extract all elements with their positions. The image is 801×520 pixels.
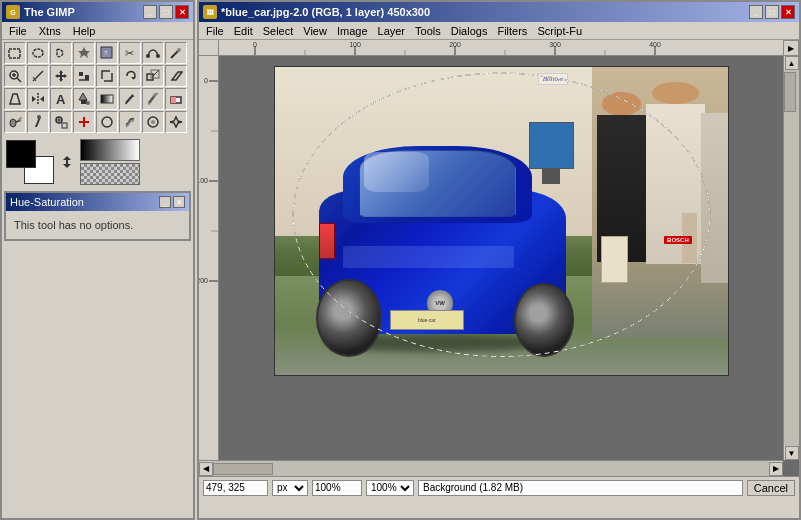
img-menu-image[interactable]: Image — [334, 25, 371, 37]
scroll-up-arrow[interactable]: ▲ — [785, 56, 799, 70]
scroll-track-horizontal[interactable] — [213, 461, 769, 476]
color-area — [2, 135, 193, 189]
tool-ink[interactable] — [27, 111, 49, 133]
tool-airbrush[interactable] — [4, 111, 26, 133]
tool-crop[interactable] — [96, 65, 118, 87]
tool-bucket-fill[interactable] — [73, 88, 95, 110]
canvas-scroll-area[interactable]: Boltore — [219, 56, 783, 460]
img-menu-edit[interactable]: Edit — [231, 25, 256, 37]
scroll-left-arrow[interactable]: ◀ — [199, 462, 213, 476]
cancel-button[interactable]: Cancel — [747, 480, 795, 496]
toolbox-window: G The GIMP _ □ ✕ File Xtns Help ? — [0, 0, 195, 520]
svg-marker-16 — [55, 70, 67, 82]
tool-scissors[interactable]: ✂ — [119, 42, 141, 64]
zoom-select[interactable]: 100% 50% 200% — [366, 480, 414, 496]
tool-align[interactable] — [73, 65, 95, 87]
menu-help[interactable]: Help — [70, 25, 99, 37]
tool-heal[interactable] — [73, 111, 95, 133]
tool-zoom[interactable] — [4, 65, 26, 87]
tool-color-picker[interactable] — [165, 42, 187, 64]
img-minimize-button[interactable]: _ — [749, 5, 763, 19]
tool-text[interactable]: A — [50, 88, 72, 110]
img-maximize-button[interactable]: □ — [765, 5, 779, 19]
scroll-right-arrow-bottom[interactable]: ▶ — [769, 462, 783, 476]
img-menu-dialogs[interactable]: Dialogs — [448, 25, 491, 37]
tool-blend[interactable] — [96, 88, 118, 110]
tool-rect-select[interactable] — [4, 42, 26, 64]
svg-line-36 — [125, 103, 127, 104]
scroll-thumb-vertical[interactable] — [784, 72, 796, 112]
img-menu-filters[interactable]: Filters — [494, 25, 530, 37]
close-button[interactable]: ✕ — [175, 5, 189, 19]
tool-select-by-color[interactable]: ? — [96, 42, 118, 64]
tool-flip[interactable] — [27, 88, 49, 110]
canvas-wrapper: 0 100 200 300 400 ▶ — [199, 40, 799, 476]
tool-scale[interactable] — [142, 65, 164, 87]
svg-marker-2 — [78, 47, 90, 58]
coord-input[interactable] — [203, 480, 268, 496]
img-menu-view[interactable]: View — [300, 25, 330, 37]
img-menu-select[interactable]: Select — [260, 25, 297, 37]
horizontal-ruler: 0 100 200 300 400 — [219, 40, 783, 56]
svg-rect-51 — [62, 123, 67, 128]
scroll-right-arrow[interactable]: ▶ — [783, 40, 799, 56]
tool-measure[interactable] — [27, 65, 49, 87]
img-menu-scriptfu[interactable]: Script-Fu — [534, 25, 585, 37]
license-plate: blue·car — [390, 310, 464, 330]
zoom-input[interactable] — [312, 480, 362, 496]
svg-point-46 — [19, 120, 21, 122]
tool-dodge-burn[interactable] — [96, 111, 118, 133]
layer-info: Background (1.82 MB) — [418, 480, 743, 496]
panel-minimize-btn[interactable]: _ — [159, 196, 171, 208]
svg-point-7 — [156, 54, 160, 58]
tool-pencil[interactable] — [119, 88, 141, 110]
panel-content: This tool has no options. — [6, 211, 189, 239]
tool-ellipse-select[interactable] — [27, 42, 49, 64]
svg-line-23 — [153, 70, 159, 76]
person2-head — [652, 82, 699, 104]
svg-point-54 — [151, 120, 155, 124]
svg-text:200: 200 — [449, 41, 461, 48]
tool-shear[interactable] — [165, 65, 187, 87]
tool-move[interactable] — [50, 65, 72, 87]
img-close-button[interactable]: ✕ — [781, 5, 795, 19]
canvas-main-row: 0 100 200 Boltore — [199, 56, 799, 460]
pattern-preview[interactable] — [80, 163, 140, 185]
svg-marker-28 — [40, 96, 44, 102]
unit-select[interactable]: px % in cm — [272, 480, 308, 496]
svg-text:0: 0 — [253, 41, 257, 48]
scroll-down-arrow[interactable]: ▼ — [785, 446, 799, 460]
panel-close-btn[interactable]: ✕ — [173, 196, 185, 208]
fg-bg-swatches[interactable] — [6, 140, 54, 184]
image-icon: 🖼 — [203, 5, 217, 19]
tool-paintbrush[interactable] — [142, 88, 164, 110]
tool-lasso[interactable] — [50, 42, 72, 64]
tool-perspective[interactable] — [4, 88, 26, 110]
menu-xtns[interactable]: Xtns — [36, 25, 64, 37]
svg-text:A: A — [56, 92, 66, 106]
svg-text:100: 100 — [199, 177, 208, 184]
scroll-thumb-horizontal[interactable] — [213, 463, 273, 475]
tool-grid: ? ✂ — [2, 40, 193, 135]
tool-convolve[interactable] — [142, 111, 164, 133]
maximize-button[interactable]: □ — [159, 5, 173, 19]
scroll-track-vertical[interactable] — [784, 70, 799, 446]
menu-file[interactable]: File — [6, 25, 30, 37]
tool-extra[interactable] — [165, 111, 187, 133]
tool-clone[interactable] — [50, 111, 72, 133]
img-menu-tools[interactable]: Tools — [412, 25, 444, 37]
tool-eraser[interactable] — [165, 88, 187, 110]
tool-rotate[interactable] — [119, 65, 141, 87]
minimize-button[interactable]: _ — [143, 5, 157, 19]
img-menu-layer[interactable]: Layer — [375, 25, 409, 37]
swap-colors-icon[interactable] — [58, 153, 76, 171]
gradient-preview[interactable] — [80, 139, 140, 161]
svg-rect-41 — [171, 97, 176, 103]
fg-color-swatch[interactable] — [6, 140, 36, 168]
tool-paths[interactable] — [142, 42, 164, 64]
tool-smudge[interactable] — [119, 111, 141, 133]
image-window: 🖼 *blue_car.jpg-2.0 (RGB, 1 layer) 450x3… — [197, 0, 801, 520]
img-menu-file[interactable]: File — [203, 25, 227, 37]
svg-rect-21 — [147, 74, 153, 80]
tool-fuzzy-select[interactable] — [73, 42, 95, 64]
